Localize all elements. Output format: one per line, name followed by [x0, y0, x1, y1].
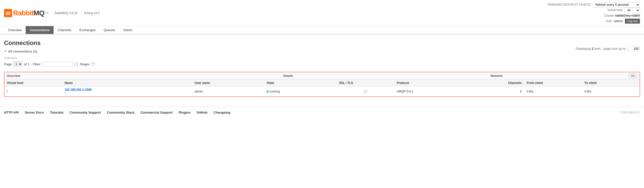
logout-button[interactable]: Log out — [625, 19, 640, 24]
connections-table: Virtual host Name User name State SSL / … — [4, 80, 640, 97]
cluster-label: Cluster — [604, 13, 614, 19]
conn-name-sub: ? — [65, 92, 66, 95]
footer-link-server-docs[interactable]: Server Docs — [25, 111, 44, 114]
cell-from-client: 0 B/s — [524, 86, 582, 97]
nav-item-exchanges[interactable]: Exchanges — [75, 26, 100, 34]
section-header-details: Details — [283, 74, 491, 78]
col-header-channels: Channels — [466, 80, 524, 86]
header: RabbitMQ TM RabbitMQ 3.8.26 | Erlang 24.… — [0, 0, 644, 26]
col-header-ssl: SSL / TLS — [336, 80, 394, 86]
plus-minus-button[interactable]: +/- — [629, 73, 637, 78]
nav-item-channels[interactable]: Channels — [54, 26, 75, 34]
state-running: running — [267, 90, 280, 93]
vhost-select[interactable]: All / — [624, 8, 640, 13]
svg-rect-0 — [6, 12, 10, 15]
footer-link-http-api[interactable]: HTTP API — [4, 111, 19, 114]
cell-channels: 0 — [466, 86, 524, 97]
displaying-text: Displaying — [576, 47, 591, 51]
logo-text: RabbitMQ — [13, 9, 44, 17]
displaying-count: 1 — [592, 47, 593, 51]
cell-username: admin — [192, 86, 264, 97]
nav-item-queues[interactable]: Queues — [100, 26, 119, 34]
regex-label: Regex — [80, 62, 90, 66]
connections-table-container: Overview Details Network +/- Virtual hos… — [4, 72, 640, 97]
cluster-row: Cluster rabbit@my-rabbit — [548, 13, 640, 19]
header-right: Refreshed 2023-04-27 14:46:22 Refresh ev… — [548, 2, 640, 24]
user-label: User — [606, 19, 612, 24]
vhost-row: Virtual host All / — [548, 8, 640, 13]
pagination-label: Pagination — [4, 56, 95, 59]
table-header-row: Virtual host Name User name State SSL / … — [4, 80, 640, 86]
of-label: of 1 — [24, 62, 29, 66]
cell-to-client: 0 B/s — [582, 86, 640, 97]
triangle-icon: ▼ — [4, 50, 7, 53]
nav-item-connections[interactable]: Connections — [26, 26, 54, 34]
table-row: / 192.168.200.1:1686 ? admin running ○ — [4, 86, 640, 97]
regex-checkbox[interactable] — [74, 63, 78, 66]
pagination-area: Pagination Page 1 of 1 - Filter: Regex ? — [4, 56, 95, 72]
filter-label: - Filter: — [31, 62, 41, 66]
section-header-overview: Overview — [7, 74, 283, 78]
cell-protocol: AMQP 0-9-1 — [394, 86, 466, 97]
section-label: All connections (1) — [8, 50, 37, 53]
col-header-to: To client — [582, 80, 640, 86]
filter-input[interactable] — [43, 62, 73, 67]
svg-rect-1 — [6, 12, 8, 13]
cluster-value: rabbit@my-rabbit — [615, 13, 640, 19]
nav-item-admin[interactable]: Admin — [119, 26, 137, 34]
vhost-label: Virtual host — [607, 8, 622, 13]
footer: HTTP API Server Docs Tutorials Community… — [0, 107, 644, 118]
svg-rect-2 — [8, 12, 10, 13]
state-label: running — [270, 90, 280, 93]
logo-icon — [4, 9, 12, 17]
rabbitmq-version: RabbitMQ 3.8.26 — [55, 11, 77, 15]
col-header-user: User name — [192, 80, 264, 86]
footer-link-tutorials[interactable]: Tutorials — [50, 111, 63, 114]
col-header-name: Name — [62, 80, 192, 86]
erlang-version: Erlang 24.2 — [84, 11, 100, 15]
page-label: Page — [4, 62, 12, 66]
state-dot-icon — [267, 90, 269, 92]
user-row: User admin Log out — [548, 19, 640, 24]
help-icon[interactable]: ? — [91, 62, 95, 66]
logo: RabbitMQ TM — [4, 9, 49, 17]
page-size-input[interactable] — [627, 46, 640, 51]
pagination-controls: Page 1 of 1 - Filter: Regex ? — [4, 61, 95, 67]
refresh-select[interactable]: Refresh every 5 seconds Refresh every 10… — [593, 2, 640, 8]
pagination-display-row: Pagination Page 1 of 1 - Filter: Regex ?… — [4, 56, 640, 72]
displaying-suffix: item , page size up to: — [594, 47, 626, 51]
main-content: Connections ▼ All connections (1) Pagina… — [0, 34, 644, 102]
col-header-from: From client — [524, 80, 582, 86]
section-toggle[interactable]: ▼ All connections (1) — [4, 50, 640, 53]
table-section-header-row: Overview Details Network +/- — [4, 72, 640, 80]
main-nav: Overview Connections Channels Exchanges … — [0, 26, 644, 34]
col-header-vhost: Virtual host — [4, 80, 62, 86]
logo-tm: TM — [45, 12, 48, 14]
cell-vhost: / — [4, 86, 62, 97]
footer-link-changelog[interactable]: Changelog — [214, 111, 230, 114]
refresh-row: Refreshed 2023-04-27 14:46:22 Refresh ev… — [548, 2, 640, 8]
col-header-protocol: Protocol — [394, 80, 466, 86]
section-header-network: Network — [491, 74, 629, 78]
footer-link-github[interactable]: GitHub — [196, 111, 207, 114]
footer-link-plugins[interactable]: Plugins — [179, 111, 190, 114]
cell-name: 192.168.200.1:1686 ? — [62, 86, 192, 97]
page-select[interactable]: 1 — [13, 61, 22, 67]
cell-state: running — [264, 86, 336, 97]
footer-link-community-support[interactable]: Community Support — [69, 111, 101, 114]
conn-name-text[interactable]: 192.168.200.1:1686 — [65, 88, 190, 91]
col-header-state: State — [264, 80, 336, 86]
ssl-icon: ○ — [364, 90, 367, 93]
footer-link-commercial-support[interactable]: Commercial Support — [140, 111, 173, 114]
cell-ssl: ○ — [336, 86, 394, 97]
footer-link-community-slack[interactable]: Community Slack — [107, 111, 134, 114]
username: admin — [614, 19, 623, 24]
refreshed-timestamp: Refreshed 2023-04-27 14:46:22 — [548, 2, 591, 8]
version-separator: | — [81, 11, 82, 15]
page-title: Connections — [4, 39, 640, 46]
display-info: Displaying 1 item , page size up to: — [576, 46, 640, 51]
nav-item-overview[interactable]: Overview — [4, 26, 26, 34]
svg-rect-3 — [6, 14, 10, 14]
footer-credit: CSDN @白豆玉 — [620, 111, 640, 114]
